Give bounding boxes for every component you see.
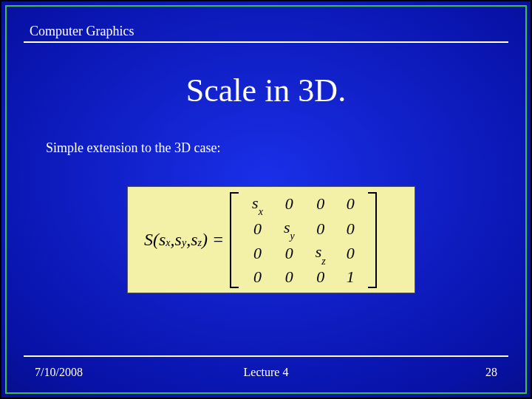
arg-2-sub: z <box>197 237 201 249</box>
cell-sub: y <box>290 231 294 242</box>
bracket-left <box>230 192 239 288</box>
formula-lhs: S(sx, sy, sz) = <box>144 230 224 250</box>
matrix-row: 0 sy 0 0 <box>242 216 365 241</box>
cell-val: 0 <box>253 219 262 238</box>
bracket-right <box>368 192 377 288</box>
matrix-cell: 0 <box>336 192 365 216</box>
formula-box: S(sx, sy, sz) = sx 0 0 0 0 sy 0 0 0 <box>127 186 415 293</box>
cell-sub: z <box>321 256 325 267</box>
matrix-cell: 0 <box>336 241 365 265</box>
matrix-row: 0 0 sz 0 <box>242 241 365 265</box>
footer-page: 28 <box>485 366 497 379</box>
cell-val: 0 <box>285 244 293 262</box>
matrix-cell: 0 <box>273 192 305 216</box>
cell-sub: x <box>259 206 263 217</box>
matrix-cell: 0 <box>242 266 273 288</box>
cell-val: 0 <box>347 194 355 213</box>
matrix-cell: 0 <box>242 216 273 241</box>
header-divider <box>24 41 508 43</box>
cell-val: 0 <box>347 244 355 262</box>
cell-val: s <box>316 242 322 261</box>
cell-val: 0 <box>253 267 262 286</box>
cell-val: 0 <box>316 219 324 238</box>
arg-1-sub: y <box>182 237 186 249</box>
matrix-row: sx 0 0 0 <box>242 192 365 216</box>
arg-0-sub: x <box>166 237 170 249</box>
matrix-row: 0 0 0 1 <box>242 266 365 288</box>
cell-val: 0 <box>347 219 355 238</box>
slide: Computer Graphics Scale in 3D. Simple ex… <box>0 0 532 399</box>
course-label: Computer Graphics <box>24 24 508 41</box>
matrix-cell: 1 <box>336 266 365 288</box>
arg-0: s <box>159 230 166 250</box>
matrix-cell: 0 <box>336 216 365 241</box>
footer-center: Lecture 4 <box>1 366 531 379</box>
cell-val: 0 <box>285 267 293 286</box>
cell-val: 0 <box>253 244 262 262</box>
matrix-wrap: sx 0 0 0 0 sy 0 0 0 0 sz 0 <box>230 192 377 288</box>
matrix-cell: 0 <box>305 216 336 241</box>
cell-val: 1 <box>347 267 355 286</box>
matrix: sx 0 0 0 0 sy 0 0 0 0 sz 0 <box>242 192 365 288</box>
cell-val: 0 <box>316 267 324 286</box>
intro-text: Simple extension to the 3D case: <box>46 140 220 156</box>
eq: ) = <box>202 230 224 250</box>
matrix-cell: sz <box>305 241 336 265</box>
matrix-cell: 0 <box>305 192 336 216</box>
cell-val: 0 <box>316 194 324 213</box>
matrix-cell: sx <box>242 192 273 216</box>
matrix-cell: 0 <box>273 266 305 288</box>
cell-val: s <box>252 194 259 212</box>
page-title: Scale in 3D. <box>1 72 531 109</box>
open-paren: ( <box>153 230 159 250</box>
arg-1: s <box>175 230 182 250</box>
func-name: S <box>144 230 153 250</box>
footer-divider <box>24 355 508 357</box>
matrix-cell: 0 <box>305 266 336 288</box>
matrix-cell: 0 <box>273 241 305 265</box>
cell-val: 0 <box>285 194 293 213</box>
matrix-cell: 0 <box>242 241 273 265</box>
matrix-cell: sy <box>273 216 305 241</box>
header: Computer Graphics <box>24 24 508 43</box>
